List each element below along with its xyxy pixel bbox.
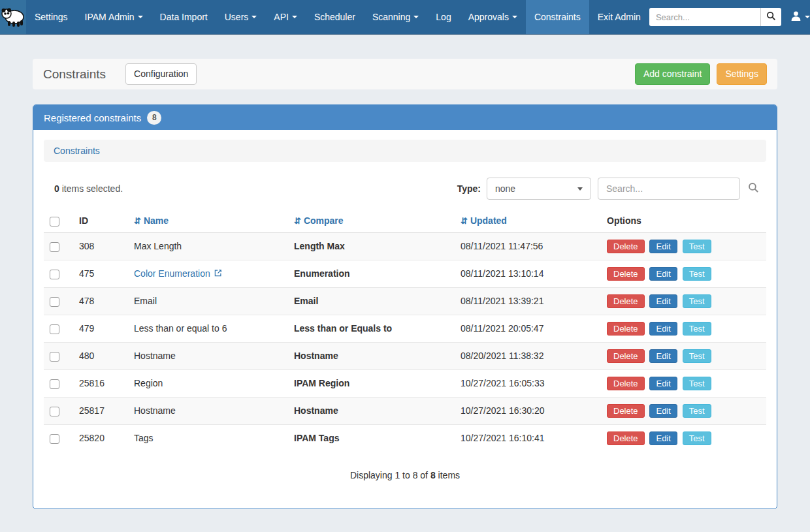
sort-icon: ⇵: [134, 216, 141, 226]
cell-updated: 08/11/2021 11:47:56: [455, 232, 602, 260]
cell-name: Hostname: [129, 397, 289, 424]
row-checkbox[interactable]: [50, 242, 59, 252]
nav-item-exit-admin[interactable]: Exit Admin: [589, 0, 649, 34]
test-button[interactable]: Test: [683, 404, 711, 418]
external-link-icon: [214, 268, 222, 279]
column-header-options: Options: [602, 210, 766, 232]
test-button[interactable]: Test: [683, 349, 711, 363]
cell-name: Tags: [129, 424, 289, 452]
cell-name: Less than or equal to 6: [129, 315, 289, 342]
delete-button[interactable]: Delete: [607, 349, 645, 363]
cell-compare: IPAM Region: [289, 369, 455, 397]
cell-updated: 10/27/2021 16:30:20: [455, 397, 602, 424]
app-logo[interactable]: [0, 0, 26, 34]
sort-icon: ⇵: [461, 216, 468, 226]
cell-compare: Email: [289, 287, 455, 315]
configuration-button[interactable]: Configuration: [125, 63, 197, 86]
table-row: 475 Color Enumeration Enumeration 08/11/…: [44, 260, 766, 287]
nav-item-scanning[interactable]: Scanning: [364, 0, 427, 34]
cell-compare: IPAM Tags: [289, 424, 455, 452]
cell-id: 308: [74, 232, 129, 260]
edit-button[interactable]: Edit: [649, 349, 677, 363]
test-button[interactable]: Test: [683, 267, 711, 281]
add-constraint-button[interactable]: Add constraint: [635, 63, 711, 86]
breadcrumb-constraints-link[interactable]: Constraints: [54, 146, 100, 156]
table-row: 308 Max Length Length Max 08/11/2021 11:…: [44, 232, 766, 260]
test-button[interactable]: Test: [683, 322, 711, 336]
chevron-down-icon: [292, 16, 297, 18]
delete-button[interactable]: Delete: [607, 294, 645, 308]
delete-button[interactable]: Delete: [607, 267, 645, 281]
test-button[interactable]: Test: [683, 431, 711, 445]
panel-heading: Registered constraints 8: [33, 105, 777, 130]
row-checkbox[interactable]: [50, 297, 59, 307]
nav-item-settings[interactable]: Settings: [26, 0, 76, 34]
delete-button[interactable]: Delete: [607, 431, 645, 445]
panda-logo-icon: [0, 5, 26, 29]
nav-item-users[interactable]: Users: [216, 0, 266, 34]
global-search: [649, 8, 781, 26]
nav-item-api[interactable]: API: [265, 0, 306, 34]
pagination-summary: Displaying 1 to 8 of 8 items: [44, 452, 766, 507]
select-all-checkbox[interactable]: [50, 217, 59, 227]
edit-button[interactable]: Edit: [649, 294, 677, 308]
main-nav: Settings IPAM Admin Data Import Users AP…: [26, 0, 649, 34]
table-search-button[interactable]: [740, 178, 766, 200]
edit-button[interactable]: Edit: [649, 404, 677, 418]
nav-item-constraints[interactable]: Constraints: [526, 0, 589, 34]
search-icon: [766, 11, 776, 23]
edit-button[interactable]: Edit: [649, 322, 677, 336]
delete-button[interactable]: Delete: [607, 240, 645, 253]
page-title: Constraints: [43, 67, 106, 82]
delete-button[interactable]: Delete: [607, 404, 645, 418]
global-search-button[interactable]: [760, 8, 781, 26]
delete-button[interactable]: Delete: [607, 377, 645, 390]
cell-compare: Hostname: [289, 342, 455, 369]
edit-button[interactable]: Edit: [649, 431, 677, 445]
table-search-input[interactable]: [598, 178, 740, 200]
nav-item-data-import[interactable]: Data Import: [152, 0, 216, 34]
nav-item-approvals[interactable]: Approvals: [460, 0, 526, 34]
edit-button[interactable]: Edit: [649, 377, 677, 390]
nav-item-scheduler[interactable]: Scheduler: [306, 0, 364, 34]
row-checkbox[interactable]: [50, 434, 59, 444]
type-filter-label: Type:: [457, 183, 481, 194]
constraint-name-link[interactable]: Color Enumeration: [134, 268, 222, 279]
row-checkbox[interactable]: [50, 352, 59, 362]
sort-icon: ⇵: [294, 216, 301, 226]
row-checkbox[interactable]: [50, 379, 59, 389]
top-navbar: Settings IPAM Admin Data Import Users AP…: [0, 0, 810, 35]
cell-name: Email: [129, 287, 289, 315]
user-menu[interactable]: [790, 10, 810, 23]
cell-compare: Enumeration: [289, 260, 455, 287]
constraints-table: ID ⇵Name ⇵Compare ⇵Updated Options 308 M…: [44, 210, 766, 452]
table-row: 480 Hostname Hostname 08/20/2021 11:38:3…: [44, 342, 766, 369]
cell-updated: 10/27/2021 16:05:33: [455, 369, 602, 397]
cell-name: Max Length: [129, 232, 289, 260]
test-button[interactable]: Test: [683, 240, 711, 253]
nav-item-log[interactable]: Log: [427, 0, 459, 34]
global-search-input[interactable]: [649, 8, 760, 26]
registered-constraints-panel: Registered constraints 8 Constraints 0 i…: [33, 104, 777, 509]
column-header-compare[interactable]: ⇵Compare: [289, 210, 455, 232]
test-button[interactable]: Test: [683, 377, 711, 390]
breadcrumb: Constraints: [44, 140, 766, 162]
nav-item-ipam-admin[interactable]: IPAM Admin: [76, 0, 152, 34]
row-checkbox[interactable]: [50, 324, 59, 334]
test-button[interactable]: Test: [683, 294, 711, 308]
column-header-name[interactable]: ⇵Name: [129, 210, 289, 232]
type-filter-select[interactable]: none: [487, 178, 591, 200]
delete-button[interactable]: Delete: [607, 322, 645, 336]
settings-button[interactable]: Settings: [717, 63, 767, 86]
row-checkbox[interactable]: [50, 407, 59, 416]
cell-name: Hostname: [129, 342, 289, 369]
cell-compare: Length Max: [289, 232, 455, 260]
column-header-updated[interactable]: ⇵Updated: [455, 210, 602, 232]
chevron-down-icon: [512, 16, 517, 18]
edit-button[interactable]: Edit: [649, 240, 677, 253]
edit-button[interactable]: Edit: [649, 267, 677, 281]
row-checkbox[interactable]: [50, 270, 59, 279]
cell-updated: 10/27/2021 16:10:41: [455, 424, 602, 452]
count-badge: 8: [147, 111, 161, 125]
table-header-row: ID ⇵Name ⇵Compare ⇵Updated Options: [44, 210, 766, 232]
